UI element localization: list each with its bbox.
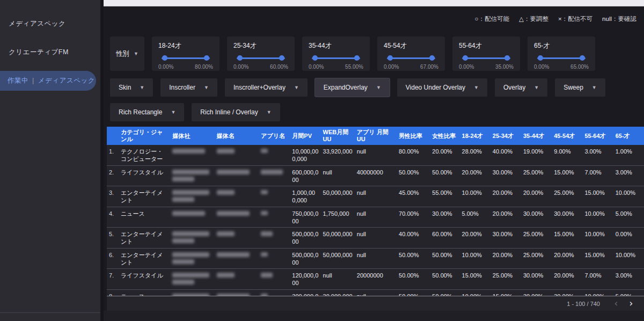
slider-min-value: 0.00% — [158, 64, 173, 70]
column-header[interactable]: 男性比率 — [397, 127, 430, 145]
slider-handle-min[interactable] — [387, 55, 393, 61]
status-legend: ○：配信可能△：要調整×：配信不可null：要確認 — [104, 14, 636, 24]
pagination-next-button[interactable]: › — [625, 299, 638, 308]
column-header[interactable]: カテゴリ・ジャンル — [119, 127, 170, 145]
slider-handle-min[interactable] — [312, 55, 318, 61]
slider-line — [237, 57, 285, 59]
sidebar: メディアスペッククリエーティブFM作業中|メディアスペック — [0, 0, 104, 321]
filter-row-formats-1: Skin▼Inscroller▼Inscroller+Overlay▼Expan… — [110, 78, 644, 97]
legend-symbol: ○ — [475, 16, 479, 22]
format-filter-button[interactable]: Rich Rectangle▼ — [110, 103, 184, 121]
format-filter-button[interactable]: ExpandOverlay▼ — [315, 78, 390, 97]
web-monthly-uu-cell: 50,000,000 — [321, 248, 355, 269]
age-ratio-cell: 25.00% — [521, 248, 552, 269]
female-ratio-cell: 50.00% — [430, 165, 459, 186]
female-ratio-cell: 50.00% — [430, 289, 459, 296]
slider-handle-min[interactable] — [538, 55, 543, 61]
slider-track[interactable] — [235, 55, 287, 61]
category-cell: テクノロジー・コンピューター — [119, 145, 170, 165]
format-filter-button[interactable]: Rich Inline / Overlay▼ — [192, 103, 280, 121]
redacted-text — [261, 294, 268, 296]
age-ratio-cell: 5.00% — [613, 289, 644, 296]
age-range-slider-card: 18-24才0.00%80.00% — [152, 37, 219, 71]
app-monthly-uu-cell: 20000000 — [355, 269, 397, 290]
male-ratio-cell: 50.00% — [397, 289, 430, 296]
slider-max-value: 65.00% — [570, 64, 589, 70]
redacted-cell — [215, 269, 259, 290]
format-filter-button[interactable]: Skin▼ — [110, 78, 153, 97]
column-header[interactable]: アプリ 月間UU — [355, 127, 397, 145]
format-filter-button[interactable]: Sweep▼ — [555, 78, 605, 97]
monthly-pv-cell: 750,000,000 — [290, 207, 320, 228]
row-index: 8. — [107, 289, 119, 296]
column-header[interactable]: 45-54才 — [552, 127, 582, 145]
slider-track[interactable] — [385, 55, 437, 61]
column-header[interactable]: アプリ名 — [259, 127, 290, 145]
table-row: 7.ライフスタイル120,000,000null2000000050.00%50… — [107, 269, 644, 290]
table-row: 5.エンターテイメント500,000,00050,000,000null40.0… — [107, 228, 644, 249]
column-header[interactable]: 媒体名 — [215, 127, 259, 145]
column-header[interactable]: WEB月間UU — [321, 127, 355, 145]
age-ratio-cell: 5.00% — [613, 207, 644, 228]
table-row: 2.ライフスタイル600,000,000null4000000050.00%50… — [107, 165, 644, 186]
format-filter-button[interactable]: Video Under Overlay▼ — [397, 78, 487, 97]
slider-handle-min[interactable] — [237, 55, 243, 61]
redacted-text — [172, 259, 194, 264]
slider-track[interactable] — [159, 55, 212, 61]
app-monthly-uu-cell: 40000000 — [355, 165, 397, 186]
web-monthly-uu-cell: 30,000,000 — [321, 289, 355, 296]
age-ratio-cell: 3.00% — [613, 269, 644, 290]
sidebar-item[interactable]: クリエーティブFM — [0, 42, 100, 62]
legend-symbol: △ — [519, 16, 524, 22]
slider-handle-max[interactable] — [504, 55, 510, 61]
chevron-down-icon: ▼ — [267, 110, 272, 115]
slider-handle-min[interactable] — [162, 55, 167, 61]
slider-handle-max[interactable] — [429, 55, 435, 61]
slider-handle-max[interactable] — [354, 55, 360, 61]
age-range-slider-card: 25-34才0.00%60.00% — [227, 37, 295, 71]
redacted-cell — [259, 207, 290, 228]
slider-track[interactable] — [310, 55, 362, 61]
row-index: 4. — [107, 207, 119, 228]
column-header[interactable]: 女性比率 — [430, 127, 459, 145]
format-filter-label: Video Under Overlay — [406, 84, 465, 91]
column-header[interactable]: 25-34才 — [491, 127, 521, 145]
gender-filter-dropdown[interactable]: 性別 ▼ — [110, 37, 144, 71]
table-row: 3.エンターテイメント1,000,000,00050,000,000null45… — [107, 186, 644, 207]
column-header-index — [107, 127, 119, 145]
format-filter-button[interactable]: Inscroller▼ — [160, 78, 217, 97]
bottom-strip — [104, 311, 644, 321]
slider-track[interactable] — [535, 55, 588, 61]
format-filter-label: Inscroller+Overlay — [233, 84, 286, 91]
legend-label: ：要調整 — [524, 16, 548, 22]
format-filter-label: Rich Rectangle — [119, 108, 162, 116]
legend-symbol: × — [558, 16, 562, 22]
redacted-cell — [215, 145, 259, 165]
slider-handle-max[interactable] — [204, 55, 209, 61]
gender-filter-label: 性別 — [116, 49, 129, 59]
format-filter-button[interactable]: Overlay▼ — [495, 78, 547, 97]
slider-handle-max[interactable] — [580, 55, 585, 61]
slider-handle-max[interactable] — [279, 55, 284, 61]
monthly-pv-cell: 500,000,000 — [290, 248, 320, 269]
slider-track[interactable] — [460, 55, 513, 61]
format-filter-button[interactable]: Inscroller+Overlay▼ — [225, 78, 308, 97]
monthly-pv-cell: 1,000,000,000 — [290, 186, 320, 207]
sidebar-item[interactable]: メディアスペック — [0, 14, 100, 34]
sidebar-item-active[interactable]: 作業中|メディアスペック — [0, 71, 96, 91]
column-header[interactable]: 18-24才 — [460, 127, 491, 145]
column-header[interactable]: 35-44才 — [521, 127, 552, 145]
redacted-cell — [215, 165, 259, 186]
column-header[interactable]: 65-才 — [613, 127, 644, 145]
column-header[interactable]: 媒体社 — [170, 127, 214, 145]
pagination-prev-button[interactable]: ‹ — [610, 299, 623, 308]
female-ratio-cell: 20.00% — [430, 145, 459, 165]
category-cell: エンターテイメント — [119, 186, 170, 207]
web-monthly-uu-cell: 1,750,000 — [321, 207, 355, 228]
table-row: 8.ニュース300,000,00030,000,000null50.00%50.… — [107, 289, 644, 296]
column-header[interactable]: 月間PV — [290, 127, 320, 145]
slider-handle-min[interactable] — [463, 55, 468, 61]
slider-title: 65-才 — [534, 41, 589, 50]
column-header[interactable]: 55-64才 — [582, 127, 613, 145]
female-ratio-cell: 30.00% — [430, 207, 459, 228]
